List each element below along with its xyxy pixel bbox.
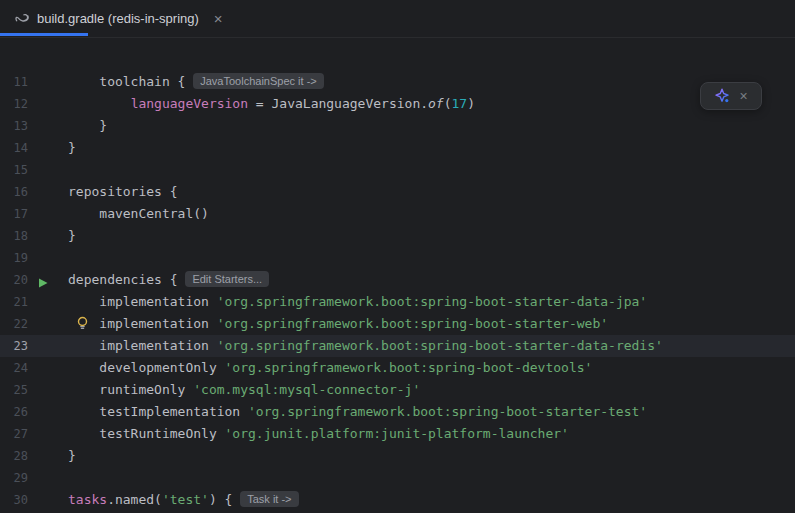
code-line[interactable]: 29 bbox=[0, 467, 795, 489]
code-text: runtimeOnly 'com.mysql:mysql-connector-j… bbox=[68, 379, 795, 401]
gutter bbox=[30, 291, 68, 313]
code-lines: 11 toolchain { JavaToolchainSpec it ->12… bbox=[0, 71, 795, 513]
code-text: repositories { bbox=[68, 181, 795, 203]
line-number: 26 bbox=[0, 401, 30, 423]
gutter bbox=[30, 159, 68, 181]
gutter bbox=[30, 313, 68, 335]
code-text: } bbox=[68, 445, 795, 467]
gutter bbox=[30, 335, 68, 357]
line-number: 30 bbox=[0, 489, 30, 511]
gutter bbox=[30, 445, 68, 467]
gutter bbox=[30, 137, 68, 159]
tab-close-icon[interactable]: × bbox=[214, 11, 223, 26]
code-editor[interactable]: 11 toolchain { JavaToolchainSpec it ->12… bbox=[0, 38, 795, 513]
code-text: developmentOnly 'org.springframework.boo… bbox=[68, 357, 795, 379]
line-number: 13 bbox=[0, 115, 30, 137]
code-line[interactable]: 22 implementation 'org.springframework.b… bbox=[0, 313, 795, 335]
code-text: languageVersion = JavaLanguageVersion.of… bbox=[68, 93, 795, 115]
line-number: 27 bbox=[0, 423, 30, 445]
line-number: 15 bbox=[0, 159, 30, 181]
gutter bbox=[30, 225, 68, 247]
code-line[interactable]: 13 } bbox=[0, 115, 795, 137]
code-line[interactable]: 28} bbox=[0, 445, 795, 467]
gutter bbox=[30, 71, 68, 93]
tab-build-gradle[interactable]: build.gradle (redis-in-spring) × bbox=[0, 0, 235, 37]
code-text: implementation 'org.springframework.boot… bbox=[68, 335, 795, 357]
code-line[interactable]: 18} bbox=[0, 225, 795, 247]
inlay-hint: JavaToolchainSpec it -> bbox=[193, 73, 323, 89]
ide-window: build.gradle (redis-in-spring) × 11 tool… bbox=[0, 0, 795, 513]
code-text: } bbox=[68, 225, 795, 247]
code-line[interactable]: 19 bbox=[0, 247, 795, 269]
inlay-hint[interactable]: Edit Starters... bbox=[185, 271, 269, 287]
gutter bbox=[30, 269, 68, 291]
code-line[interactable]: 17 mavenCentral() bbox=[0, 203, 795, 225]
code-line[interactable]: 16repositories { bbox=[0, 181, 795, 203]
code-line[interactable]: 20dependencies { Edit Starters... bbox=[0, 269, 795, 291]
code-text: testImplementation 'org.springframework.… bbox=[68, 401, 795, 423]
line-number: 24 bbox=[0, 357, 30, 379]
line-number: 18 bbox=[0, 225, 30, 247]
editor-tab-bar: build.gradle (redis-in-spring) × bbox=[0, 0, 795, 38]
code-line[interactable]: 30tasks.named('test') { Task it -> bbox=[0, 489, 795, 511]
code-line[interactable]: 14} bbox=[0, 137, 795, 159]
line-number: 11 bbox=[0, 71, 30, 93]
gutter bbox=[30, 423, 68, 445]
code-text bbox=[68, 247, 795, 269]
code-text: tasks.named('test') { Task it -> bbox=[68, 489, 795, 511]
code-line[interactable]: 26 testImplementation 'org.springframewo… bbox=[0, 401, 795, 423]
line-number: 17 bbox=[0, 203, 30, 225]
gutter bbox=[30, 115, 68, 137]
code-line[interactable]: 23 implementation 'org.springframework.b… bbox=[0, 335, 795, 357]
line-number: 25 bbox=[0, 379, 30, 401]
gutter bbox=[30, 181, 68, 203]
gutter bbox=[30, 489, 68, 511]
line-number: 21 bbox=[0, 291, 30, 313]
code-line[interactable]: 27 testRuntimeOnly 'org.junit.platform:j… bbox=[0, 423, 795, 445]
line-number: 22 bbox=[0, 313, 30, 335]
gutter bbox=[30, 401, 68, 423]
ai-assistant-icon[interactable] bbox=[714, 88, 730, 104]
code-line[interactable]: 24 developmentOnly 'org.springframework.… bbox=[0, 357, 795, 379]
line-number: 23 bbox=[0, 335, 30, 357]
gutter bbox=[30, 467, 68, 489]
code-text: mavenCentral() bbox=[68, 203, 795, 225]
line-number: 29 bbox=[0, 467, 30, 489]
gradle-icon bbox=[14, 11, 30, 27]
code-line[interactable]: 12 languageVersion = JavaLanguageVersion… bbox=[0, 93, 795, 115]
code-text: dependencies { Edit Starters... bbox=[68, 269, 795, 291]
code-line[interactable]: 21 implementation 'org.springframework.b… bbox=[0, 291, 795, 313]
code-line[interactable]: 15 bbox=[0, 159, 795, 181]
line-number: 12 bbox=[0, 93, 30, 115]
tab-title: build.gradle (redis-in-spring) bbox=[37, 11, 199, 26]
code-text: } bbox=[68, 137, 795, 159]
code-text: testRuntimeOnly 'org.junit.platform:juni… bbox=[68, 423, 795, 445]
line-number: 14 bbox=[0, 137, 30, 159]
gutter bbox=[30, 247, 68, 269]
code-text: implementation 'org.springframework.boot… bbox=[68, 291, 795, 313]
gutter bbox=[30, 379, 68, 401]
ai-assistant-popup: × bbox=[700, 82, 762, 110]
code-line[interactable]: 11 toolchain { JavaToolchainSpec it -> bbox=[0, 71, 795, 93]
code-text bbox=[68, 467, 795, 489]
code-line[interactable]: 25 runtimeOnly 'com.mysql:mysql-connecto… bbox=[0, 379, 795, 401]
line-number: 19 bbox=[0, 247, 30, 269]
line-number: 20 bbox=[0, 269, 30, 291]
gutter bbox=[30, 93, 68, 115]
gutter bbox=[30, 357, 68, 379]
progress-indicator bbox=[0, 33, 88, 36]
code-text: implementation 'org.springframework.boot… bbox=[68, 313, 795, 335]
line-number: 28 bbox=[0, 445, 30, 467]
inlay-hint: Task it -> bbox=[240, 491, 298, 507]
gutter bbox=[30, 203, 68, 225]
line-number: 16 bbox=[0, 181, 30, 203]
code-text: } bbox=[68, 115, 795, 137]
code-text bbox=[68, 159, 795, 181]
code-text: toolchain { JavaToolchainSpec it -> bbox=[68, 71, 795, 93]
popup-close-icon[interactable]: × bbox=[739, 89, 747, 103]
